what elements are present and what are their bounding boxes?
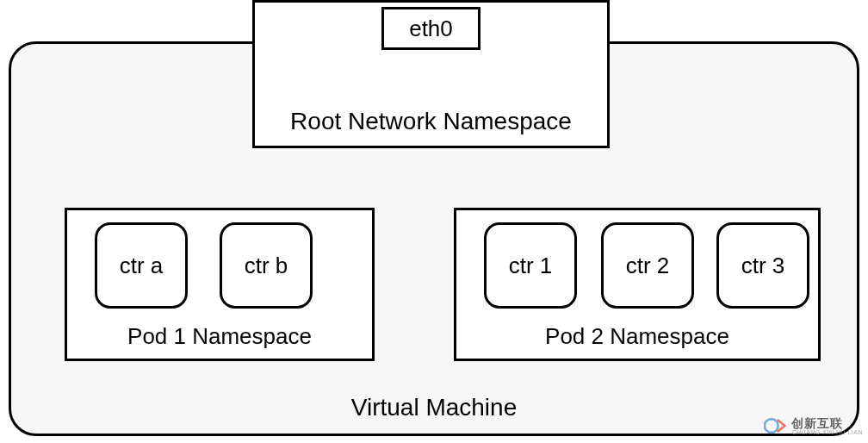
svg-point-0	[765, 419, 778, 433]
watermark-sub-text: CHUANG XIN HU LIAN	[791, 429, 863, 435]
root-network-namespace-label: Root Network Namespace	[290, 108, 572, 135]
container-3-box: ctr 3	[716, 222, 809, 309]
eth0-label: eth0	[409, 16, 453, 42]
watermark: 创新互联 CHUANG XIN HU LIAN	[764, 414, 863, 438]
container-3-label: ctr 3	[741, 253, 785, 279]
watermark-logo-icon	[764, 414, 788, 438]
container-a-label: ctr a	[120, 253, 164, 279]
container-2-box: ctr 2	[601, 222, 694, 309]
container-a-box: ctr a	[95, 222, 188, 309]
container-b-label: ctr b	[245, 253, 288, 279]
watermark-main-text: 创新互联	[791, 417, 863, 429]
container-1-box: ctr 1	[484, 222, 577, 309]
container-1-label: ctr 1	[509, 253, 553, 279]
watermark-text: 创新互联 CHUANG XIN HU LIAN	[791, 417, 863, 435]
pod-2-namespace-label: Pod 2 Namespace	[545, 323, 729, 350]
container-b-box: ctr b	[220, 222, 313, 309]
virtual-machine-label: Virtual Machine	[351, 394, 517, 421]
eth0-interface-box: eth0	[381, 7, 480, 50]
pod-1-namespace-label: Pod 1 Namespace	[127, 323, 312, 350]
container-2-label: ctr 2	[626, 253, 670, 279]
